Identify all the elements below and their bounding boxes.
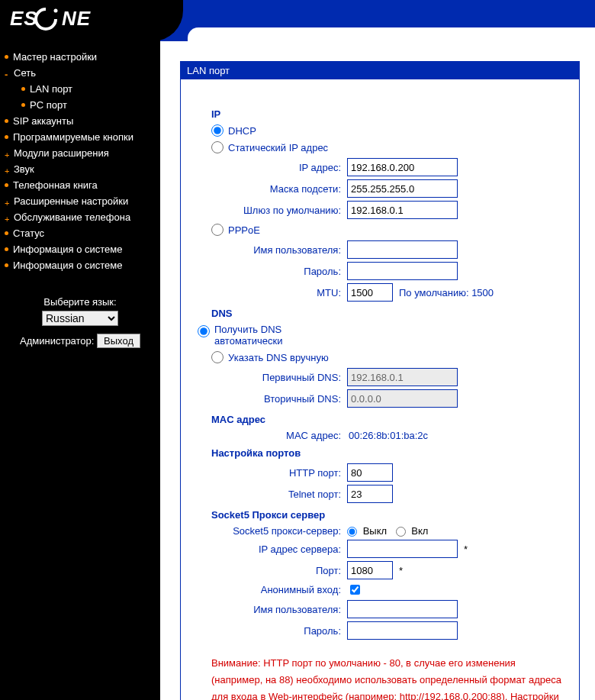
- bullet-icon: [5, 215, 9, 220]
- dns-manual-label: Указать DNS вручную: [228, 352, 329, 363]
- socks-port-input[interactable]: [347, 561, 393, 579]
- socks-user-label: Имя пользователя:: [211, 604, 347, 615]
- pppoe-user-input[interactable]: [347, 240, 458, 259]
- socks-user-input[interactable]: [347, 600, 458, 618]
- telnet-port-input[interactable]: [347, 485, 393, 503]
- nav-item-label: Информация о системе: [13, 260, 123, 271]
- socks-server-ip-input[interactable]: [347, 540, 458, 558]
- mtu-input[interactable]: [347, 283, 393, 302]
- pppoe-pass-input[interactable]: [347, 262, 458, 280]
- subnet-mask-label: Маска подсети:: [211, 183, 347, 195]
- section-ports: Настройка портов: [211, 447, 564, 459]
- language-select[interactable]: Russian: [42, 311, 118, 326]
- mtu-label: MTU:: [211, 287, 347, 298]
- primary-dns-input[interactable]: [347, 368, 458, 386]
- http-port-input[interactable]: [347, 463, 393, 482]
- brand-logo: ES NE: [10, 6, 140, 34]
- radio-pppoe[interactable]: [211, 224, 224, 236]
- mtu-default-text: По умолчанию: 1500: [399, 287, 494, 298]
- bullet-icon: [5, 119, 8, 123]
- nav-sound[interactable]: Звук: [0, 161, 160, 177]
- radio-dhcp[interactable]: [211, 124, 224, 137]
- bullet-icon: [5, 135, 8, 139]
- nav-lan-port[interactable]: LAN порт: [0, 81, 160, 97]
- nav-item-label: PC порт: [30, 99, 67, 111]
- bullet-icon: [5, 231, 8, 235]
- panel-title: LAN порт: [181, 62, 579, 79]
- nav-item-label: Обслуживание телефона: [14, 211, 130, 223]
- socks-proxy-label: Socket5 прокси-сервер:: [211, 525, 347, 537]
- socks-pass-input[interactable]: [347, 621, 458, 640]
- socks-anon-label: Анонимный вход:: [211, 584, 347, 595]
- radio-static[interactable]: [211, 141, 224, 153]
- dns-auto-label: Получить DNS автоматически: [214, 324, 298, 347]
- dhcp-label: DHCP: [228, 125, 256, 137]
- nav-sysinfo-2[interactable]: Информация о системе: [0, 257, 160, 273]
- bullet-icon: [5, 71, 9, 76]
- language-label: Выберите язык:: [0, 296, 160, 308]
- pppoe-label: PPPoE: [228, 224, 260, 236]
- secondary-dns-label: Вторичный DNS:: [211, 393, 347, 405]
- nav-item-label: Информация о системе: [13, 244, 123, 255]
- section-dns: DNS: [211, 308, 564, 319]
- radio-socks-on[interactable]: [396, 527, 406, 537]
- socks-on-label: Вкл: [411, 525, 428, 537]
- nav-setup-wizard[interactable]: Мастер настройки: [0, 49, 160, 65]
- section-socks: Socket5 Прокси сервер: [211, 509, 564, 521]
- nav-item-label: Программируемые кнопки: [13, 131, 133, 143]
- socks-off-label: Выкл: [363, 525, 387, 537]
- header-decoration: [160, 0, 595, 41]
- radio-socks-off[interactable]: [347, 527, 357, 537]
- bullet-icon: [5, 199, 9, 204]
- required-marker: *: [464, 544, 468, 555]
- warning-text: Внимание: HTTP порт по умолчанию - 80, в…: [211, 655, 564, 700]
- bullet-icon: [5, 183, 8, 187]
- logout-button[interactable]: Выход: [97, 334, 140, 348]
- bullet-icon: [21, 103, 25, 107]
- radio-dns-auto[interactable]: [198, 325, 210, 337]
- header: ES NE: [0, 0, 595, 41]
- nav-phonebook[interactable]: Телефонная книга: [0, 177, 160, 193]
- nav-item-label: Статус: [13, 227, 44, 239]
- socks-server-ip-label: IP адрес сервера:: [211, 544, 347, 555]
- section-mac: MAC адрес: [211, 414, 564, 425]
- bullet-icon: [5, 151, 9, 156]
- telnet-port-label: Telnet порт:: [211, 489, 347, 500]
- subnet-mask-input[interactable]: [347, 179, 458, 198]
- nav-maintenance[interactable]: Обслуживание телефона: [0, 209, 160, 225]
- nav-prog-keys[interactable]: Программируемые кнопки: [0, 129, 160, 145]
- language-block: Выберите язык: Russian Администратор: Вы…: [0, 296, 160, 348]
- nav-item-label: Модули расширения: [14, 147, 109, 159]
- socks-anon-checkbox[interactable]: [350, 585, 360, 595]
- section-ip: IP: [211, 108, 564, 120]
- pppoe-pass-label: Пароль:: [211, 266, 347, 277]
- nav-item-label: Мастер настройки: [13, 51, 97, 63]
- pppoe-user-label: Имя пользователя:: [211, 244, 347, 256]
- radio-dns-manual[interactable]: [211, 351, 224, 363]
- bullet-icon: [5, 263, 8, 267]
- primary-dns-label: Первичный DNS:: [211, 372, 347, 383]
- nav-network[interactable]: Сеть: [0, 65, 160, 81]
- nav-advanced[interactable]: Расширенные настройки: [0, 193, 160, 209]
- nav-item-label: SIP аккаунты: [13, 115, 73, 127]
- http-port-label: HTTP порт:: [211, 467, 347, 479]
- svg-text:ES: ES: [10, 7, 38, 30]
- nav-status[interactable]: Статус: [0, 225, 160, 241]
- bullet-icon: [5, 55, 8, 59]
- nav-ext-modules[interactable]: Модули расширения: [0, 145, 160, 161]
- required-marker: *: [399, 565, 403, 576]
- ip-address-input[interactable]: [347, 158, 458, 176]
- nav-item-label: LAN порт: [30, 83, 72, 95]
- nav-pc-port[interactable]: PC порт: [0, 97, 160, 113]
- secondary-dns-input[interactable]: [347, 389, 458, 408]
- socks-pass-label: Пароль:: [211, 625, 347, 637]
- socks-port-label: Порт:: [211, 565, 347, 576]
- nav-sip-accounts[interactable]: SIP аккаунты: [0, 113, 160, 129]
- sidebar: Мастер настройкиСетьLAN портPC портSIP а…: [0, 41, 160, 700]
- gateway-input[interactable]: [347, 201, 458, 219]
- nav-item-label: Телефонная книга: [13, 179, 98, 191]
- nav-sysinfo-1[interactable]: Информация о системе: [0, 241, 160, 257]
- svg-text:NE: NE: [62, 7, 91, 30]
- mac-value: 00:26:8b:01:ba:2c: [349, 430, 428, 441]
- bullet-icon: [21, 87, 25, 91]
